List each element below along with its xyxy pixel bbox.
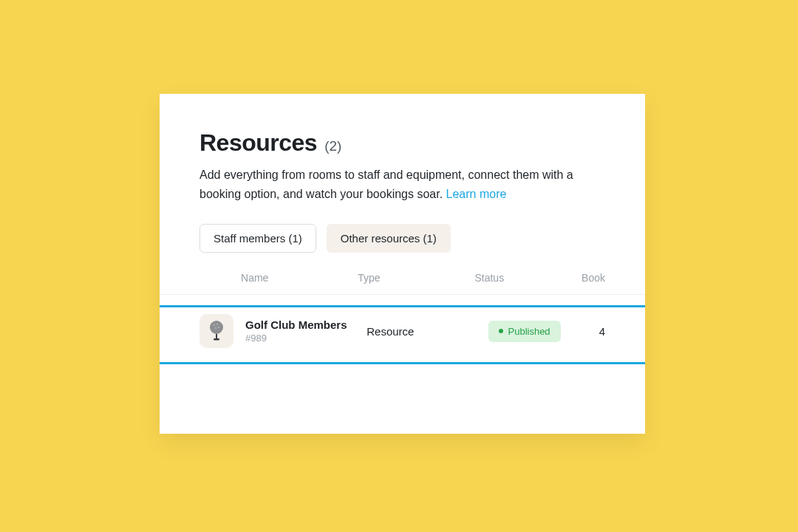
page-description: Add everything from rooms to staff and e… bbox=[200, 166, 605, 203]
row-name: Golf Club Members bbox=[245, 318, 366, 331]
status-badge: Published bbox=[488, 321, 561, 342]
svg-point-1 bbox=[214, 324, 215, 326]
table-row[interactable]: Golf Club Members #989 Resource Publishe… bbox=[160, 295, 645, 367]
row-name-block: Golf Club Members #989 bbox=[245, 318, 366, 344]
svg-point-3 bbox=[218, 327, 219, 328]
column-header-status: Status bbox=[474, 272, 582, 284]
tab-staff-members[interactable]: Staff members (1) bbox=[200, 224, 316, 253]
tab-row: Staff members (1) Other resources (1) bbox=[200, 224, 605, 253]
row-type: Resource bbox=[366, 325, 488, 338]
svg-point-0 bbox=[210, 321, 223, 334]
tab-other-resources[interactable]: Other resources (1) bbox=[327, 224, 451, 253]
column-header-type: Type bbox=[358, 272, 474, 284]
row-id: #989 bbox=[245, 332, 366, 344]
row-book-count: 4 bbox=[599, 325, 605, 338]
learn-more-link[interactable]: Learn more bbox=[446, 188, 507, 200]
column-header-book: Book bbox=[582, 272, 605, 284]
svg-point-4 bbox=[215, 327, 216, 329]
svg-rect-5 bbox=[216, 334, 217, 339]
page-title-row: Resources (2) bbox=[200, 129, 605, 157]
status-text: Published bbox=[508, 326, 550, 337]
column-header-name: Name bbox=[241, 272, 358, 284]
description-text: Add everything from rooms to staff and e… bbox=[200, 168, 573, 200]
golf-ball-icon bbox=[200, 314, 233, 348]
resources-panel: Resources (2) Add everything from rooms … bbox=[160, 94, 645, 434]
table-header: Name Type Status Book bbox=[160, 272, 645, 295]
page-title-count: (2) bbox=[324, 138, 341, 154]
status-dot-icon bbox=[499, 329, 503, 333]
row-status: Published bbox=[488, 321, 599, 342]
svg-rect-6 bbox=[214, 338, 219, 341]
page-title: Resources bbox=[200, 129, 317, 157]
svg-point-2 bbox=[216, 324, 218, 325]
